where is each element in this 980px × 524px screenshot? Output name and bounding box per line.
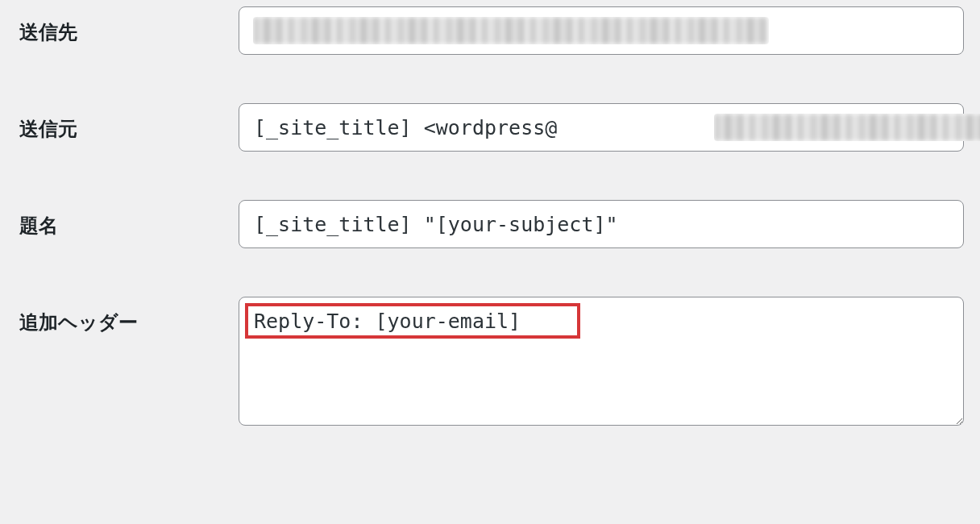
mail-to-row: 送信先: [19, 6, 964, 55]
from-label: 送信元: [19, 118, 77, 139]
mail-subject-row: 題名: [19, 200, 964, 248]
headers-label: 追加ヘッダー: [19, 311, 138, 333]
mail-from-row: 送信元: [19, 103, 964, 152]
input-col: [239, 200, 964, 248]
subject-input[interactable]: [239, 200, 964, 248]
from-input[interactable]: [239, 103, 964, 152]
input-col: [239, 6, 964, 55]
label-col: 送信元: [19, 103, 239, 142]
label-col: 題名: [19, 200, 239, 239]
headers-textarea[interactable]: [239, 297, 964, 426]
input-col: [239, 103, 964, 152]
label-col: 追加ヘッダー: [19, 297, 239, 335]
subject-label: 題名: [19, 214, 58, 236]
to-label: 送信先: [19, 21, 77, 43]
to-input[interactable]: [239, 6, 964, 55]
input-col: [239, 297, 964, 429]
mail-headers-row: 追加ヘッダー: [19, 297, 964, 429]
label-col: 送信先: [19, 6, 239, 45]
